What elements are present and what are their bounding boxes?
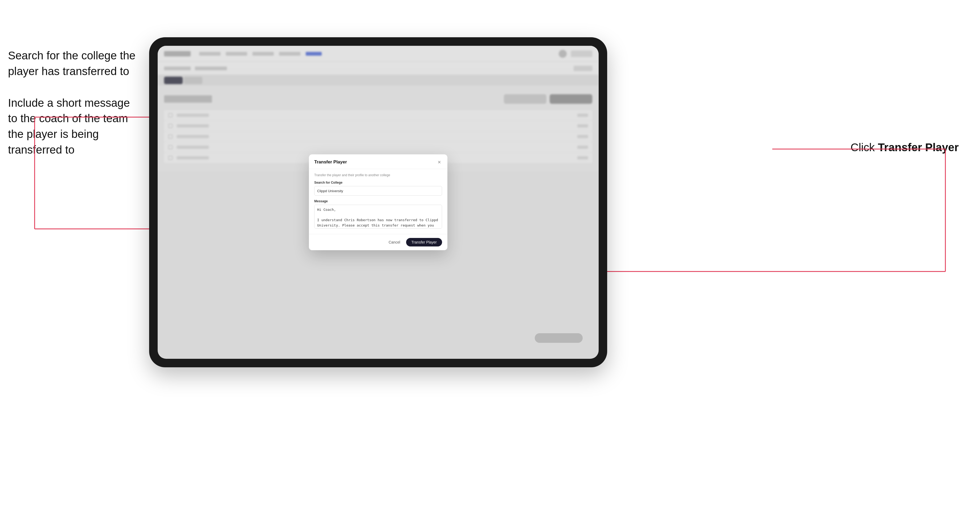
annotation-left-text5: the player is being xyxy=(8,128,99,140)
ipad-device: Transfer Player ✕ Transfer the player an… xyxy=(149,37,607,367)
message-field-label: Message xyxy=(314,199,442,203)
annotation-left: Search for the college the player has tr… xyxy=(8,48,141,158)
transfer-player-modal: Transfer Player ✕ Transfer the player an… xyxy=(309,154,447,250)
college-field-label: Search for College xyxy=(314,181,442,184)
college-search-input[interactable] xyxy=(314,186,442,195)
annotation-left-text1: Search for the college the xyxy=(8,49,135,62)
annotation-right: Click Transfer Player xyxy=(851,141,959,154)
modal-header: Transfer Player ✕ xyxy=(309,154,447,169)
modal-overlay: Transfer Player ✕ Transfer the player an… xyxy=(158,46,599,359)
modal-title: Transfer Player xyxy=(314,159,347,165)
annotation-left-text4: to the coach of the team xyxy=(8,112,128,125)
modal-subtitle: Transfer the player and their profile to… xyxy=(314,173,442,177)
transfer-player-button[interactable]: Transfer Player xyxy=(406,238,442,246)
modal-footer: Cancel Transfer Player xyxy=(309,234,447,250)
message-textarea[interactable] xyxy=(314,205,442,229)
cancel-button[interactable]: Cancel xyxy=(385,238,403,246)
annotation-left-text2: player has transferred to xyxy=(8,65,129,78)
ipad-screen: Transfer Player ✕ Transfer the player an… xyxy=(158,46,599,359)
annotation-right-prefix: Click xyxy=(851,141,878,154)
modal-body: Transfer the player and their profile to… xyxy=(309,169,447,234)
annotation-right-bold: Transfer Player xyxy=(878,141,959,154)
annotation-left-text3: Include a short message xyxy=(8,97,130,109)
annotation-left-text6: transferred to xyxy=(8,143,75,156)
modal-close-button[interactable]: ✕ xyxy=(436,159,442,165)
